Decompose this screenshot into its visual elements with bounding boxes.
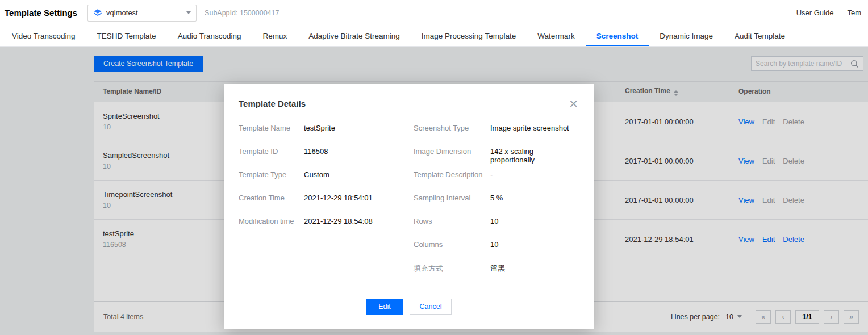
templates-link-truncated[interactable]: Tem bbox=[847, 9, 861, 17]
tab-adaptive-bitrate-streaming[interactable]: Adaptive Bitrate Streaming bbox=[298, 26, 411, 46]
field-label: Template Description bbox=[414, 170, 490, 179]
close-icon[interactable]: ✕ bbox=[567, 99, 579, 109]
app-selector-dropdown[interactable]: vqlmotest bbox=[87, 5, 197, 22]
field-label: Creation Time bbox=[239, 194, 304, 202]
tab-audit-template[interactable]: Audit Template bbox=[724, 26, 796, 46]
modal-header: Template Details ✕ bbox=[224, 84, 594, 109]
vod-app-icon bbox=[93, 9, 102, 18]
cancel-button[interactable]: Cancel bbox=[410, 299, 452, 315]
field-label: Sampling Interval bbox=[414, 194, 490, 202]
subappid-label: SubAppId: 1500000417 bbox=[205, 9, 279, 17]
field-value: 5 % bbox=[490, 194, 503, 202]
tab-screenshot[interactable]: Screenshot bbox=[586, 26, 649, 46]
field-value: 10 bbox=[490, 217, 498, 225]
field-label: Template Name bbox=[239, 124, 304, 132]
modal-footer: Edit Cancel bbox=[224, 299, 594, 329]
field-value: 2021-12-29 18:54:08 bbox=[304, 217, 373, 225]
field-value: 116508 bbox=[304, 147, 328, 156]
field-value: 10 bbox=[490, 240, 498, 249]
tab-watermark[interactable]: Watermark bbox=[527, 26, 586, 46]
page: Template Settings vqlmotest SubAppId: 15… bbox=[0, 0, 868, 335]
tab-dynamic-image[interactable]: Dynamic Image bbox=[649, 26, 724, 46]
field-label: 填充方式 bbox=[414, 263, 490, 274]
field-label: Modification time bbox=[239, 217, 304, 225]
tab-image-processing-template[interactable]: Image Processing Template bbox=[411, 26, 527, 46]
tab-remux[interactable]: Remux bbox=[252, 26, 298, 46]
edit-button[interactable]: Edit bbox=[366, 299, 403, 315]
template-details-modal: Template Details ✕ Template NametestSpri… bbox=[224, 84, 594, 329]
top-bar: Template Settings vqlmotest SubAppId: 15… bbox=[0, 0, 868, 26]
field-label: Template ID bbox=[239, 147, 304, 156]
field-label: Screenshot Type bbox=[414, 124, 490, 132]
field-label: Columns bbox=[414, 240, 490, 249]
modal-left-column: Template NametestSprite Template ID11650… bbox=[239, 124, 414, 299]
modal-body: Template NametestSprite Template ID11650… bbox=[224, 109, 594, 299]
field-value: 142 x scaling proportionally bbox=[490, 147, 579, 164]
page-title: Template Settings bbox=[5, 8, 77, 18]
modal-title: Template Details bbox=[239, 99, 306, 108]
user-guide-link[interactable]: User Guide bbox=[796, 9, 834, 17]
tab-teshd-template[interactable]: TESHD Template bbox=[86, 26, 167, 46]
field-label: Template Type bbox=[239, 170, 304, 179]
field-value: 留黑 bbox=[490, 263, 505, 274]
field-label: Rows bbox=[414, 217, 490, 225]
field-value: 2021-12-29 18:54:01 bbox=[304, 194, 373, 202]
field-value: testSprite bbox=[304, 124, 335, 132]
app-selector-value: vqlmotest bbox=[106, 9, 138, 17]
tab-bar: Video Transcoding TESHD Template Audio T… bbox=[0, 26, 868, 47]
field-value: Custom bbox=[304, 170, 329, 179]
modal-right-column: Screenshot TypeImage sprite screenshot I… bbox=[414, 124, 579, 299]
tab-video-transcoding[interactable]: Video Transcoding bbox=[1, 26, 86, 46]
top-links: User Guide Tem bbox=[796, 9, 861, 17]
chevron-down-icon bbox=[186, 11, 191, 14]
tab-audio-transcoding[interactable]: Audio Transcoding bbox=[167, 26, 252, 46]
field-value: - bbox=[490, 170, 493, 179]
field-value: Image sprite screenshot bbox=[490, 124, 569, 132]
field-label: Image Dimension bbox=[414, 147, 490, 156]
